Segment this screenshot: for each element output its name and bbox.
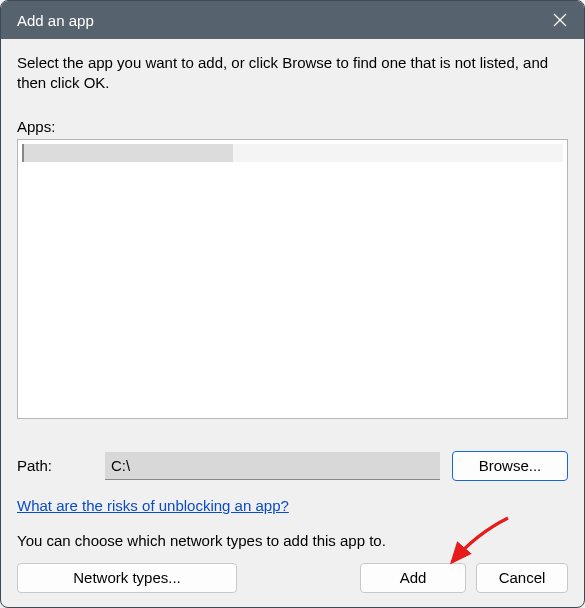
list-item-selected[interactable] [22, 144, 233, 162]
path-row: Path: Browse... [17, 451, 568, 481]
path-label: Path: [17, 457, 105, 474]
list-item[interactable] [22, 144, 563, 162]
browse-button[interactable]: Browse... [452, 451, 568, 481]
titlebar: Add an app [1, 1, 584, 39]
window-title: Add an app [17, 12, 94, 29]
dialog-body: Select the app you want to add, or click… [1, 39, 584, 607]
network-types-button[interactable]: Network types... [17, 563, 237, 593]
close-icon [553, 13, 567, 27]
cancel-button[interactable]: Cancel [476, 563, 568, 593]
button-row: Network types... Add Cancel [17, 563, 568, 593]
apps-listbox[interactable] [17, 139, 568, 419]
instruction-text: Select the app you want to add, or click… [17, 53, 568, 94]
close-button[interactable] [536, 1, 584, 39]
add-button[interactable]: Add [360, 563, 466, 593]
path-input[interactable] [105, 452, 440, 480]
add-an-app-dialog: Add an app Select the app you want to ad… [0, 0, 585, 608]
network-types-text: You can choose which network types to ad… [17, 532, 568, 549]
apps-label: Apps: [17, 118, 568, 135]
risks-link[interactable]: What are the risks of unblocking an app? [17, 497, 568, 514]
